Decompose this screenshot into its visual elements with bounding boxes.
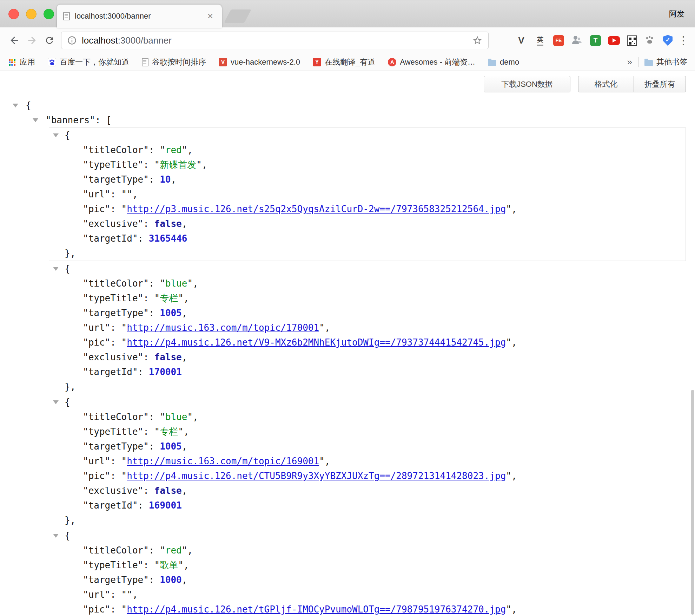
- scrollbar-thumb[interactable]: [691, 390, 694, 615]
- close-window-button[interactable]: [8, 9, 19, 19]
- json-punctuation: ,: [132, 589, 138, 600]
- json-key: "url": [83, 189, 110, 199]
- bookmark-item[interactable]: 谷歌按时间排序: [142, 57, 206, 67]
- json-key: "exclusive": [83, 485, 143, 496]
- shield-t-icon[interactable]: T: [590, 35, 601, 46]
- translate-icon[interactable]: 英: [534, 34, 546, 46]
- reload-button[interactable]: [41, 32, 58, 49]
- json-line: {: [0, 98, 695, 113]
- json-punctuation: ,: [184, 293, 189, 303]
- json-punctuation: :: [110, 589, 121, 600]
- json-line: "titleColor": "blue",: [49, 409, 686, 424]
- json-punctuation: ": [319, 456, 325, 466]
- json-url-link[interactable]: http://p4.music.126.net/tGPljf-IMOCyPvum…: [127, 604, 506, 615]
- json-punctuation: :: [143, 218, 154, 229]
- browser-menu-icon[interactable]: [677, 34, 689, 46]
- json-url-link[interactable]: http://p4.music.126.net/V9-MXz6b2MNhEKju…: [127, 337, 506, 348]
- collapse-toggle-icon[interactable]: [53, 267, 59, 271]
- forward-button[interactable]: [23, 32, 41, 49]
- json-punctuation: ,: [182, 485, 187, 496]
- bookmark-item[interactable]: 应用: [8, 57, 35, 67]
- bookmark-item[interactable]: Y在线翻译_有道: [313, 57, 375, 67]
- other-bookmarks-item[interactable]: 其他书签: [644, 57, 687, 67]
- qr-code-icon[interactable]: [627, 35, 637, 46]
- collapse-toggle-icon[interactable]: [33, 118, 38, 122]
- json-line: "targetType": 1000,: [49, 572, 686, 587]
- zoom-window-button[interactable]: [44, 9, 54, 19]
- tab-title: localhost:3000/banner: [75, 12, 200, 21]
- json-punctuation: :: [110, 322, 121, 333]
- minimize-window-button[interactable]: [26, 9, 37, 19]
- json-punctuation: :: [110, 456, 121, 466]
- json-punctuation: :: [110, 471, 121, 481]
- json-key: "banners": [46, 115, 95, 125]
- browser-tab[interactable]: localhost:3000/banner: [57, 5, 222, 28]
- play-icon[interactable]: [608, 36, 620, 45]
- json-line: "typeTitle": "专栏",: [49, 291, 686, 306]
- json-punctuation: :: [110, 604, 121, 615]
- bookmark-item[interactable]: AAwesomes - 前端资…: [388, 57, 475, 67]
- paw-icon[interactable]: [644, 34, 656, 46]
- json-punctuation: {: [65, 263, 70, 274]
- collapse-toggle-icon[interactable]: [53, 133, 59, 137]
- bookmark-item[interactable]: demo: [488, 58, 519, 67]
- format-button[interactable]: 格式化: [578, 76, 634, 92]
- json-key: "targetType": [83, 174, 149, 185]
- bookmark-label: 在线翻译_有道: [325, 57, 375, 67]
- json-line: {: [49, 528, 686, 543]
- json-key: "typeTitle": [83, 293, 143, 303]
- json-punctuation: ,: [511, 604, 517, 615]
- json-punctuation: ,: [187, 545, 193, 556]
- download-json-button[interactable]: 下载JSON数据: [484, 76, 570, 92]
- bookmark-item[interactable]: Vvue-hackernews-2.0: [219, 58, 300, 67]
- json-key: "pic": [83, 337, 110, 348]
- back-button[interactable]: [6, 32, 23, 49]
- url-text[interactable]: localhost:3000/banner: [82, 35, 467, 46]
- url-host: localhost: [82, 35, 118, 46]
- json-url-link[interactable]: http://p4.music.126.net/CTU5B9R9y3XyYBZX…: [127, 471, 506, 481]
- people-icon[interactable]: [571, 34, 583, 46]
- json-line: "url": "",: [49, 187, 686, 202]
- json-line: "targetType": 1005,: [49, 306, 686, 320]
- json-punctuation: ": [121, 322, 127, 333]
- json-punctuation: ": [121, 204, 127, 214]
- collapse-toggle-icon[interactable]: [13, 104, 18, 107]
- json-key: "targetType": [83, 575, 149, 585]
- forward-arrow-icon: [26, 35, 38, 46]
- fe-icon[interactable]: FE: [553, 35, 564, 46]
- json-number-value: 1005: [160, 441, 182, 452]
- new-tab-button[interactable]: [224, 9, 251, 23]
- collapse-all-button[interactable]: 折叠所有: [634, 76, 686, 92]
- json-url-link[interactable]: http://music.163.com/m/topic/169001: [127, 456, 319, 466]
- bookmarks-overflow-chevron[interactable]: »: [622, 57, 637, 67]
- banner-object: {"titleColor": "blue","typeTitle": "专栏",…: [49, 261, 686, 394]
- address-bar[interactable]: localhost:3000/banner: [61, 32, 489, 49]
- json-punctuation: {: [65, 130, 70, 140]
- json-string-value: 专栏: [160, 426, 178, 437]
- json-url-link[interactable]: http://p3.music.126.net/s25q2x5QyqsAzilC…: [127, 204, 506, 214]
- json-punctuation: :: [149, 145, 160, 155]
- vimium-icon[interactable]: V: [515, 34, 527, 46]
- bookmark-label: Awesomes - 前端资…: [400, 57, 475, 67]
- collapse-toggle-icon[interactable]: [53, 534, 59, 538]
- json-string-value: red: [165, 145, 182, 155]
- json-punctuation: :: [143, 485, 154, 496]
- json-line: {: [49, 128, 686, 143]
- collapse-toggle-icon[interactable]: [53, 400, 59, 404]
- json-punctuation: ": [127, 589, 132, 600]
- json-punctuation: ": [182, 145, 187, 155]
- json-key: "pic": [83, 204, 110, 214]
- json-punctuation: ,: [202, 159, 207, 170]
- tab-close-icon[interactable]: [205, 11, 216, 21]
- json-string-value: 专栏: [160, 293, 178, 303]
- page-info-icon[interactable]: [67, 35, 77, 45]
- json-boolean-value: false: [154, 218, 182, 229]
- shield-check-icon[interactable]: ✓: [663, 35, 673, 46]
- json-url-link[interactable]: http://music.163.com/m/topic/170001: [127, 322, 319, 333]
- bookmark-label: demo: [500, 58, 519, 67]
- bookmark-item[interactable]: 百度一下，你就知道: [48, 57, 129, 67]
- json-key: "pic": [83, 604, 110, 615]
- json-punctuation: :: [110, 337, 121, 348]
- bookmark-star-icon[interactable]: [472, 35, 483, 46]
- json-punctuation: ": [127, 189, 132, 199]
